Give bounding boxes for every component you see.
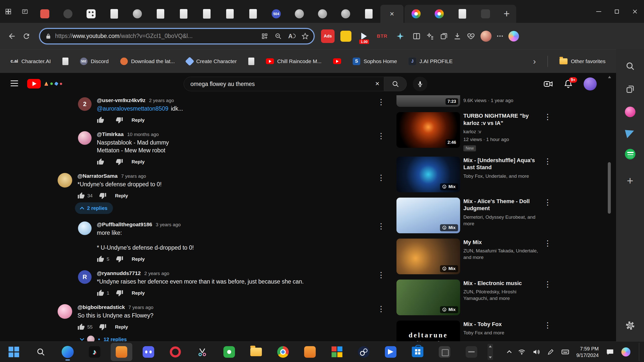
search-box[interactable]: × <box>184 77 384 91</box>
sidebar-apps-icon[interactable] <box>261 33 268 40</box>
video-kebab-menu[interactable]: ⋮ <box>544 281 551 288</box>
suggested-video[interactable]: Mix Mix - Electronic music ZUN, Pilotred… <box>396 280 609 315</box>
playback-rate-extension-icon[interactable]: 1.00 <box>357 29 371 43</box>
rail-telegram-icon[interactable] <box>625 128 635 138</box>
suggested-video[interactable]: deltarune Chapter 2 Mix Mix - Toby Fox T… <box>396 321 609 341</box>
comment-author[interactable]: @NarratorSama <box>77 173 117 179</box>
taskbar-browser-ball-icon[interactable] <box>272 343 294 361</box>
video-title[interactable]: TURBO NIGHTMARE "by karloz :v vs IA" <box>463 112 540 127</box>
close-window-button[interactable] <box>626 0 644 23</box>
comment-kebab-menu[interactable]: ⋮ <box>377 132 385 140</box>
page-scrollbar[interactable] <box>607 73 612 341</box>
like-button[interactable] <box>77 192 85 199</box>
dislike-button[interactable] <box>116 289 123 297</box>
favorite-page[interactable] <box>62 58 68 65</box>
avatar[interactable]: 2 <box>78 97 92 111</box>
notifications-bell-icon[interactable]: 9+ <box>564 79 573 89</box>
video-title[interactable]: My Mix <box>463 239 540 246</box>
browser-tab[interactable] <box>242 5 265 23</box>
favorite-jai-profile[interactable]: JJ.AI PROFILE <box>409 58 453 65</box>
video-thumbnail[interactable]: Mix <box>396 239 460 274</box>
browser-tab[interactable] <box>195 5 218 23</box>
taskbar-search-button[interactable] <box>30 343 52 361</box>
video-kebab-menu[interactable]: ⋮ <box>544 322 551 329</box>
touch-keyboard-icon[interactable] <box>561 348 569 356</box>
maximize-button[interactable] <box>608 0 626 23</box>
suggested-video[interactable]: Mix Mix - [Undershuffle] Aqua's Last Sta… <box>396 157 609 192</box>
browser-tab[interactable] <box>288 5 311 23</box>
comment-time[interactable]: 7 years ago <box>121 173 146 179</box>
video-title[interactable]: Mix - Toby Fox <box>463 321 540 328</box>
browser-tab[interactable] <box>405 5 428 23</box>
scrollbar-up-arrow[interactable] <box>608 76 611 78</box>
comment-kebab-menu[interactable]: ⋮ <box>377 305 385 313</box>
avatar[interactable]: R <box>78 270 92 284</box>
taskbar-active-app-icon[interactable] <box>111 343 132 361</box>
video-title[interactable]: Mix - Electronic music <box>463 280 540 287</box>
sparkle-extension-icon[interactable] <box>393 29 407 43</box>
active-tab[interactable]: × <box>380 5 404 23</box>
suggested-video[interactable]: Mix Mix - Alice's Theme - Doll Judgment … <box>396 198 609 233</box>
yellow-extension-icon[interactable] <box>339 29 353 43</box>
start-button[interactable] <box>3 343 25 361</box>
rail-layers-icon[interactable] <box>624 83 636 95</box>
browser-tab[interactable]: 504 <box>265 5 288 23</box>
rail-add-icon[interactable]: + <box>627 174 633 187</box>
taskbar-store-icon[interactable] <box>407 343 428 361</box>
video-thumbnail[interactable]: 7:23 <box>396 95 460 107</box>
new-tab-button[interactable]: + <box>497 5 516 23</box>
hamburger-menu-icon[interactable] <box>11 80 18 88</box>
dislike-button[interactable] <box>116 255 123 263</box>
tab-close-icon[interactable]: × <box>390 10 394 18</box>
collections-icon[interactable] <box>440 32 448 40</box>
url-text[interactable]: https://www.youtube.com/watch?v=GZcI1_0b… <box>55 33 193 39</box>
comment-kebab-menu[interactable]: ⋮ <box>377 222 385 230</box>
reply-button[interactable]: Reply <box>132 256 145 262</box>
address-bar[interactable]: https://www.youtube.com/watch?v=GZcI1_0b… <box>39 28 314 44</box>
taskbar-green-app-icon[interactable] <box>218 343 240 361</box>
video-thumbnail[interactable]: Mix <box>396 157 460 192</box>
taskbar-steam-icon[interactable] <box>353 343 375 361</box>
read-aloud-icon[interactable]: A <box>288 33 295 40</box>
reply-button[interactable]: Reply <box>115 193 128 199</box>
like-button[interactable] <box>97 158 104 165</box>
comment-kebab-menu[interactable]: ⋮ <box>377 174 385 182</box>
comment-time[interactable]: 2 years ago <box>149 98 174 103</box>
taskbar-copilot-icon[interactable] <box>621 347 630 356</box>
replies-toggle[interactable]: 2 replies <box>75 202 113 214</box>
browser-tab[interactable] <box>428 5 451 23</box>
browser-tab[interactable] <box>33 5 56 23</box>
favorite-characterai[interactable]: c.aiCharacter.AI <box>11 58 51 64</box>
favorite-star-icon[interactable] <box>302 33 309 40</box>
favorite-page[interactable] <box>248 58 254 65</box>
favorites-hub-icon[interactable] <box>426 32 434 40</box>
reply-button[interactable]: Reply <box>115 324 128 330</box>
avatar[interactable] <box>58 173 72 188</box>
dislike-button[interactable] <box>99 192 106 199</box>
suggested-video[interactable]: 7:23 9.6K views · 1 year ago <box>396 95 609 107</box>
btr-extension-icon[interactable]: BTR <box>375 29 389 43</box>
adblock-extension-icon[interactable]: Ads <box>321 29 335 43</box>
favorite-chill-raincode[interactable]: Chill Raincode M... <box>266 58 321 64</box>
reply-button[interactable]: Reply <box>132 159 145 165</box>
search-input[interactable] <box>184 81 384 87</box>
search-button[interactable] <box>384 77 407 91</box>
video-title[interactable]: Mix - Alice's Theme - Doll Judgment <box>463 198 540 212</box>
browser-profile-avatar[interactable] <box>480 31 492 42</box>
taskbar-tiktok-icon[interactable]: ♪ <box>84 343 105 361</box>
wifi-icon[interactable] <box>518 348 526 356</box>
taskbar-dark-app-icon[interactable] <box>434 343 455 361</box>
browser-tab[interactable] <box>474 5 497 23</box>
rail-search-icon[interactable] <box>624 60 636 72</box>
avatar[interactable] <box>78 131 92 145</box>
volume-icon[interactable] <box>533 348 540 356</box>
like-button[interactable] <box>97 255 104 263</box>
comment-author[interactable]: @TimIrkaa <box>97 131 124 137</box>
rail-design-app-icon[interactable] <box>625 107 635 117</box>
taskbar-edge-icon[interactable] <box>57 343 78 361</box>
downloads-icon[interactable] <box>453 32 461 40</box>
comment-kebab-menu[interactable]: ⋮ <box>377 271 385 279</box>
video-thumbnail[interactable]: 2:46 <box>396 112 460 148</box>
taskbar-blue-app-icon[interactable] <box>380 343 401 361</box>
taskbar-dark-app2-icon[interactable] <box>461 343 482 361</box>
